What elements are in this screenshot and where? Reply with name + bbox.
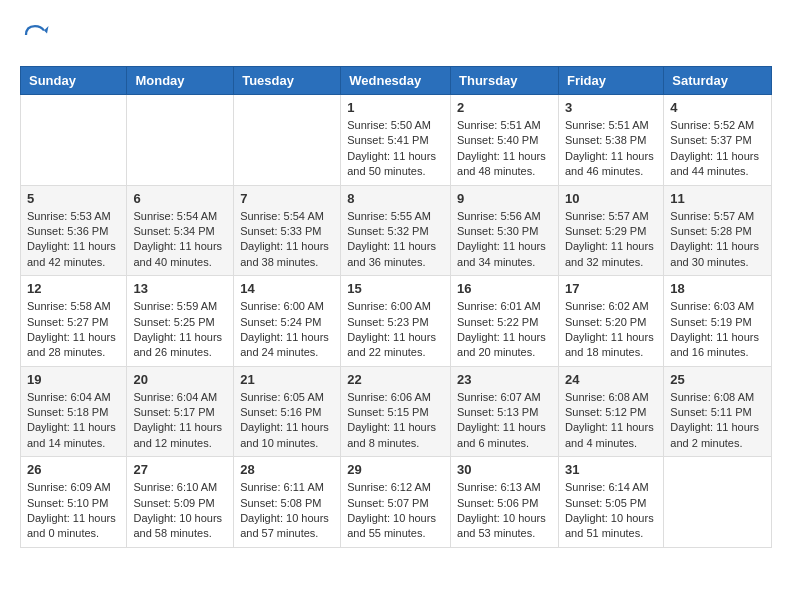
calendar-cell: 10Sunrise: 5:57 AM Sunset: 5:29 PM Dayli… (558, 185, 663, 276)
calendar-header-row: SundayMondayTuesdayWednesdayThursdayFrid… (21, 67, 772, 95)
calendar-cell: 7Sunrise: 5:54 AM Sunset: 5:33 PM Daylig… (234, 185, 341, 276)
calendar-cell: 16Sunrise: 6:01 AM Sunset: 5:22 PM Dayli… (451, 276, 559, 367)
day-info: Sunrise: 5:50 AM Sunset: 5:41 PM Dayligh… (347, 118, 444, 180)
day-number: 16 (457, 281, 552, 296)
day-number: 6 (133, 191, 227, 206)
day-info: Sunrise: 6:00 AM Sunset: 5:24 PM Dayligh… (240, 299, 334, 361)
day-info: Sunrise: 5:54 AM Sunset: 5:33 PM Dayligh… (240, 209, 334, 271)
day-number: 12 (27, 281, 120, 296)
calendar-cell: 9Sunrise: 5:56 AM Sunset: 5:30 PM Daylig… (451, 185, 559, 276)
day-number: 7 (240, 191, 334, 206)
day-number: 22 (347, 372, 444, 387)
calendar-cell: 1Sunrise: 5:50 AM Sunset: 5:41 PM Daylig… (341, 95, 451, 186)
day-info: Sunrise: 5:58 AM Sunset: 5:27 PM Dayligh… (27, 299, 120, 361)
day-info: Sunrise: 6:04 AM Sunset: 5:18 PM Dayligh… (27, 390, 120, 452)
day-number: 26 (27, 462, 120, 477)
day-info: Sunrise: 6:02 AM Sunset: 5:20 PM Dayligh… (565, 299, 657, 361)
day-number: 1 (347, 100, 444, 115)
day-number: 3 (565, 100, 657, 115)
day-info: Sunrise: 6:11 AM Sunset: 5:08 PM Dayligh… (240, 480, 334, 542)
day-info: Sunrise: 6:01 AM Sunset: 5:22 PM Dayligh… (457, 299, 552, 361)
day-info: Sunrise: 6:10 AM Sunset: 5:09 PM Dayligh… (133, 480, 227, 542)
calendar-cell: 30Sunrise: 6:13 AM Sunset: 5:06 PM Dayli… (451, 457, 559, 548)
day-number: 5 (27, 191, 120, 206)
weekday-header: Thursday (451, 67, 559, 95)
calendar-cell: 23Sunrise: 6:07 AM Sunset: 5:13 PM Dayli… (451, 366, 559, 457)
calendar-cell: 12Sunrise: 5:58 AM Sunset: 5:27 PM Dayli… (21, 276, 127, 367)
logo-icon (20, 20, 50, 50)
day-number: 19 (27, 372, 120, 387)
calendar-cell: 11Sunrise: 5:57 AM Sunset: 5:28 PM Dayli… (664, 185, 772, 276)
calendar-cell: 6Sunrise: 5:54 AM Sunset: 5:34 PM Daylig… (127, 185, 234, 276)
weekday-header: Wednesday (341, 67, 451, 95)
weekday-header: Saturday (664, 67, 772, 95)
day-number: 27 (133, 462, 227, 477)
calendar-cell (127, 95, 234, 186)
calendar-cell: 8Sunrise: 5:55 AM Sunset: 5:32 PM Daylig… (341, 185, 451, 276)
day-info: Sunrise: 5:55 AM Sunset: 5:32 PM Dayligh… (347, 209, 444, 271)
day-number: 14 (240, 281, 334, 296)
day-info: Sunrise: 5:57 AM Sunset: 5:28 PM Dayligh… (670, 209, 765, 271)
calendar-cell: 18Sunrise: 6:03 AM Sunset: 5:19 PM Dayli… (664, 276, 772, 367)
calendar-cell: 24Sunrise: 6:08 AM Sunset: 5:12 PM Dayli… (558, 366, 663, 457)
calendar-week-row: 5Sunrise: 5:53 AM Sunset: 5:36 PM Daylig… (21, 185, 772, 276)
day-info: Sunrise: 6:13 AM Sunset: 5:06 PM Dayligh… (457, 480, 552, 542)
calendar-cell: 13Sunrise: 5:59 AM Sunset: 5:25 PM Dayli… (127, 276, 234, 367)
calendar-cell: 21Sunrise: 6:05 AM Sunset: 5:16 PM Dayli… (234, 366, 341, 457)
day-number: 31 (565, 462, 657, 477)
day-number: 2 (457, 100, 552, 115)
calendar-cell: 22Sunrise: 6:06 AM Sunset: 5:15 PM Dayli… (341, 366, 451, 457)
day-info: Sunrise: 6:14 AM Sunset: 5:05 PM Dayligh… (565, 480, 657, 542)
day-number: 23 (457, 372, 552, 387)
day-info: Sunrise: 6:05 AM Sunset: 5:16 PM Dayligh… (240, 390, 334, 452)
day-info: Sunrise: 5:56 AM Sunset: 5:30 PM Dayligh… (457, 209, 552, 271)
day-info: Sunrise: 6:04 AM Sunset: 5:17 PM Dayligh… (133, 390, 227, 452)
day-info: Sunrise: 5:53 AM Sunset: 5:36 PM Dayligh… (27, 209, 120, 271)
day-number: 13 (133, 281, 227, 296)
day-info: Sunrise: 6:08 AM Sunset: 5:12 PM Dayligh… (565, 390, 657, 452)
calendar-cell: 4Sunrise: 5:52 AM Sunset: 5:37 PM Daylig… (664, 95, 772, 186)
calendar-cell (664, 457, 772, 548)
day-number: 9 (457, 191, 552, 206)
weekday-header: Tuesday (234, 67, 341, 95)
day-info: Sunrise: 6:12 AM Sunset: 5:07 PM Dayligh… (347, 480, 444, 542)
weekday-header: Monday (127, 67, 234, 95)
calendar-cell: 25Sunrise: 6:08 AM Sunset: 5:11 PM Dayli… (664, 366, 772, 457)
day-number: 29 (347, 462, 444, 477)
calendar-cell: 2Sunrise: 5:51 AM Sunset: 5:40 PM Daylig… (451, 95, 559, 186)
day-number: 20 (133, 372, 227, 387)
day-number: 8 (347, 191, 444, 206)
day-info: Sunrise: 5:51 AM Sunset: 5:38 PM Dayligh… (565, 118, 657, 180)
calendar-week-row: 1Sunrise: 5:50 AM Sunset: 5:41 PM Daylig… (21, 95, 772, 186)
day-info: Sunrise: 5:54 AM Sunset: 5:34 PM Dayligh… (133, 209, 227, 271)
weekday-header: Friday (558, 67, 663, 95)
page-header (20, 20, 772, 50)
calendar-cell: 14Sunrise: 6:00 AM Sunset: 5:24 PM Dayli… (234, 276, 341, 367)
day-info: Sunrise: 6:06 AM Sunset: 5:15 PM Dayligh… (347, 390, 444, 452)
day-info: Sunrise: 6:08 AM Sunset: 5:11 PM Dayligh… (670, 390, 765, 452)
day-number: 17 (565, 281, 657, 296)
calendar-cell: 27Sunrise: 6:10 AM Sunset: 5:09 PM Dayli… (127, 457, 234, 548)
day-number: 30 (457, 462, 552, 477)
day-info: Sunrise: 5:52 AM Sunset: 5:37 PM Dayligh… (670, 118, 765, 180)
logo (20, 20, 54, 50)
calendar-cell: 31Sunrise: 6:14 AM Sunset: 5:05 PM Dayli… (558, 457, 663, 548)
day-number: 18 (670, 281, 765, 296)
day-info: Sunrise: 6:09 AM Sunset: 5:10 PM Dayligh… (27, 480, 120, 542)
calendar-table: SundayMondayTuesdayWednesdayThursdayFrid… (20, 66, 772, 548)
day-number: 15 (347, 281, 444, 296)
calendar-cell: 29Sunrise: 6:12 AM Sunset: 5:07 PM Dayli… (341, 457, 451, 548)
day-number: 21 (240, 372, 334, 387)
day-number: 11 (670, 191, 765, 206)
calendar-cell: 19Sunrise: 6:04 AM Sunset: 5:18 PM Dayli… (21, 366, 127, 457)
calendar-cell: 20Sunrise: 6:04 AM Sunset: 5:17 PM Dayli… (127, 366, 234, 457)
calendar-cell: 3Sunrise: 5:51 AM Sunset: 5:38 PM Daylig… (558, 95, 663, 186)
calendar-cell: 26Sunrise: 6:09 AM Sunset: 5:10 PM Dayli… (21, 457, 127, 548)
day-number: 28 (240, 462, 334, 477)
calendar-cell (21, 95, 127, 186)
day-info: Sunrise: 6:03 AM Sunset: 5:19 PM Dayligh… (670, 299, 765, 361)
calendar-week-row: 26Sunrise: 6:09 AM Sunset: 5:10 PM Dayli… (21, 457, 772, 548)
calendar-cell: 17Sunrise: 6:02 AM Sunset: 5:20 PM Dayli… (558, 276, 663, 367)
day-info: Sunrise: 5:51 AM Sunset: 5:40 PM Dayligh… (457, 118, 552, 180)
calendar-cell: 28Sunrise: 6:11 AM Sunset: 5:08 PM Dayli… (234, 457, 341, 548)
